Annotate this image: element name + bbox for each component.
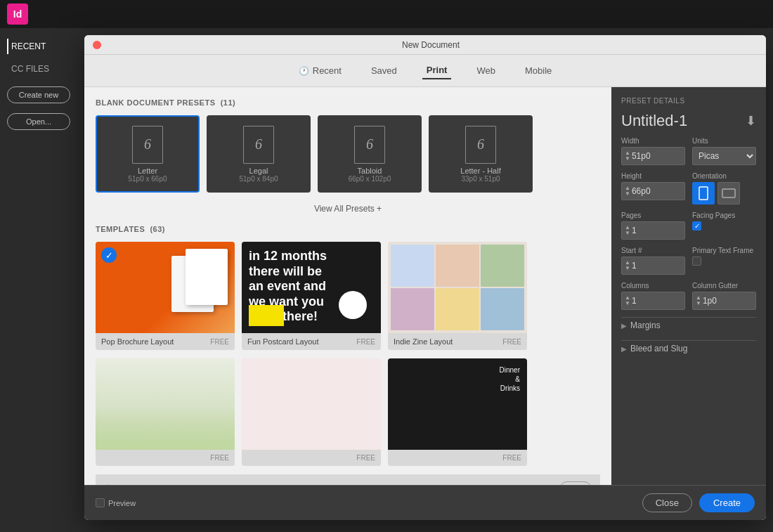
dialog-bottom: Preview Close Create [84,485,766,520]
sidebar-item-recent[interactable]: RECENT [7,39,70,54]
columns-down-arrow[interactable]: ▼ [625,301,630,306]
template-flowers[interactable]: FREE [96,358,235,466]
template-pop-brochure-badge: FREE [210,338,229,346]
portrait-button[interactable] [692,182,715,205]
height-field-group: Height ▲ ▼ [621,172,685,200]
preset-letter-half-dims: 33p0 x 51p0 [461,175,500,183]
zine-cell-4 [391,288,434,330]
column-gutter-down-arrow[interactable]: ▼ [696,301,701,306]
margins-collapsible[interactable]: ▶ Margins [621,317,756,333]
preset-tabloid[interactable]: Tabloid 66p0 x 102p0 [318,115,422,193]
dialog-titlebar: New Document [84,35,766,55]
tab-web[interactable]: Web [472,63,500,79]
template-pop-brochure-name: Pop Brochure Layout [101,337,174,346]
pages-facing-row: Pages ▲ ▼ Facing Pages [621,212,756,240]
templates-grid: ✓ Pop Brochure Layout FREE [96,242,600,350]
tab-recent-label: Recent [313,65,342,76]
start-input[interactable] [632,261,682,271]
start-primary-row: Start # ▲ ▼ Primary Text Frame [621,247,756,275]
columns-spinner[interactable]: ▲ ▼ [625,295,630,306]
bleed-collapsible[interactable]: ▶ Bleed and Slug [621,340,756,356]
template-indie-zine-footer: Indie Zine Layout FREE [388,333,527,350]
tab-print[interactable]: Print [422,62,452,79]
preset-legal[interactable]: Legal 51p0 x 84p0 [207,115,311,193]
view-all-presets-link[interactable]: View All Presets + [314,204,382,214]
dinner-text: Dinner&Drinks [500,365,520,393]
template-pop-brochure-footer: Pop Brochure Layout FREE [96,333,235,350]
columns-label: Columns [621,282,685,290]
blank-presets-header: BLANK DOCUMENT PRESETS (11) [96,98,600,107]
tab-mobile[interactable]: Mobile [521,63,556,79]
primary-text-checkbox-row [692,257,756,266]
start-down-arrow[interactable]: ▼ [625,266,630,271]
height-input-wrap: ▲ ▼ [621,182,685,200]
preset-letter[interactable]: Letter 51p0 x 66p0 [96,115,200,193]
zine-cell-3 [481,245,524,287]
tab-saved-label: Saved [371,65,397,76]
template-dinner-footer: FREE [388,450,527,466]
width-down-arrow[interactable]: ▼ [625,156,630,162]
create-button[interactable]: Create [699,493,755,512]
units-select[interactable]: Picas Inches Millimeters [692,147,756,165]
preview-checkbox[interactable] [96,498,105,507]
start-field-group: Start # ▲ ▼ [621,247,685,275]
zine-cell-2 [436,245,479,287]
pages-input[interactable] [632,226,682,235]
orientation-field-group: Orientation [692,172,756,205]
template-fun-postcard-name: Fun Postcard Layout [247,337,319,346]
width-spinner[interactable]: ▲ ▼ [625,150,630,162]
template-fun-postcard-badge: FREE [356,338,375,346]
template-dinner-thumb: Dinner&Drinks [388,358,527,450]
tab-saved[interactable]: Saved [367,63,401,79]
width-input[interactable] [632,151,682,161]
preset-tabloid-dims: 66p0 x 102p0 [349,175,391,183]
template-indie-zine[interactable]: Indie Zine Layout FREE [388,242,527,350]
landscape-button[interactable] [717,182,740,205]
units-field-group: Units Picas Inches Millimeters [692,137,756,165]
sidebar: RECENT CC FILES Create new Open... [0,28,77,532]
preset-letter-half[interactable]: Letter - Half 33p0 x 51p0 [429,115,533,193]
template-fun-postcard[interactable]: in 12 monthsthere will bean event andwe … [242,242,381,350]
pages-spinner[interactable]: ▲ ▼ [625,225,630,236]
preview-label: Preview [108,499,136,507]
columns-input[interactable] [632,296,682,306]
template-pink-thumb [242,358,381,450]
facing-pages-checkbox[interactable]: ✓ [692,221,701,231]
height-down-arrow[interactable]: ▼ [625,191,630,197]
template-indie-zine-name: Indie Zine Layout [394,337,453,346]
margins-chevron: ▶ [621,322,627,330]
new-document-dialog: New Document 🕐 Recent Saved Print Web [84,35,766,520]
open-button[interactable]: Open... [7,113,70,130]
start-spinner[interactable]: ▲ ▼ [625,260,630,271]
svg-rect-1 [722,189,735,197]
close-button[interactable]: Close [642,493,692,512]
zine-cell-6 [481,288,524,330]
save-preset-icon[interactable]: ⬇ [746,113,756,129]
letter-page-icon [132,126,163,164]
template-dinner[interactable]: Dinner&Drinks FREE [388,358,527,466]
pages-label: Pages [621,212,685,219]
close-traffic-light[interactable] [93,41,101,49]
height-spinner[interactable]: ▲ ▼ [625,186,630,197]
template-pink[interactable]: FREE [242,358,381,466]
blank-presets-label: BLANK DOCUMENT PRESETS [96,98,216,107]
pages-field-group: Pages ▲ ▼ [621,212,685,240]
sidebar-item-cc-files[interactable]: CC FILES [7,61,70,77]
tab-print-label: Print [427,65,448,75]
column-gutter-label: Column Gutter [692,282,756,290]
template-pop-brochure[interactable]: ✓ Pop Brochure Layout FREE [96,242,235,350]
pages-down-arrow[interactable]: ▼ [625,231,630,236]
width-units-row: Width ▲ ▼ Units [621,137,756,165]
preset-tabloid-name: Tabloid [358,167,382,175]
width-field-group: Width ▲ ▼ [621,137,685,165]
view-all-presets[interactable]: View All Presets + [96,204,600,214]
tab-recent[interactable]: 🕐 Recent [294,63,346,79]
column-gutter-spinner[interactable]: ▲ ▼ [696,295,701,306]
height-input[interactable] [632,186,682,196]
main-layout: RECENT CC FILES Create new Open... New D… [0,28,773,532]
column-gutter-input[interactable] [703,296,753,306]
svg-rect-0 [699,187,708,200]
orientation-label: Orientation [692,172,756,180]
primary-text-checkbox[interactable] [692,257,701,266]
create-new-button[interactable]: Create new [7,86,70,103]
